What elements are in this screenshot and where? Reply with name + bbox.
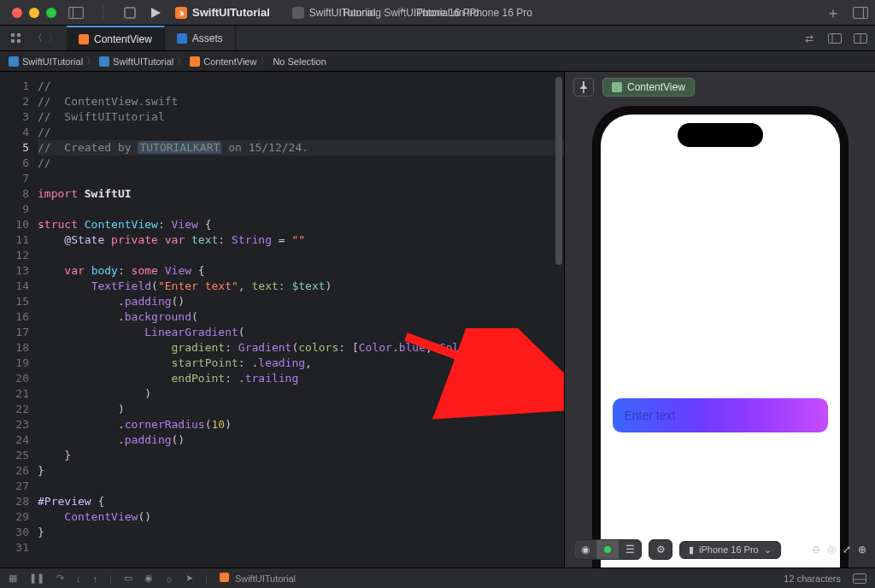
code-line[interactable]: // ContentView.swift — [38, 94, 564, 109]
minimize-window-button[interactable] — [29, 8, 39, 18]
code-line[interactable]: // — [38, 79, 564, 94]
code-area[interactable]: //// ContentView.swift// SwiftUITutorial… — [38, 72, 564, 567]
debug-target-label: SwiftUITutorial — [235, 573, 296, 584]
editor-scrollbar[interactable] — [555, 75, 562, 564]
device-screen[interactable]: Enter text — [601, 115, 840, 567]
window-controls — [0, 8, 68, 18]
editor-layout-icon[interactable] — [827, 31, 843, 46]
preview-device-picker[interactable]: ▮ iPhone 16 Pro ⌄ — [679, 541, 781, 559]
code-line[interactable]: @State private var text: String = "" — [38, 232, 564, 248]
memory-graph-icon[interactable]: ◉ — [144, 573, 153, 584]
run-button[interactable] — [148, 5, 163, 21]
jump-bar[interactable]: SwiftUITutorial 〉 SwiftUITutorial 〉 Cont… — [0, 51, 875, 72]
swift-process-icon — [220, 573, 229, 582]
zoom-in-button[interactable]: ⊕ — [858, 544, 866, 556]
pause-icon[interactable]: ❚❚ — [29, 573, 44, 584]
preview-selector-chip[interactable]: ContentView — [602, 78, 695, 97]
code-line[interactable]: .padding() — [38, 294, 564, 309]
folder-icon — [99, 56, 109, 67]
device-settings-button[interactable]: ⚙ — [649, 539, 672, 560]
code-line[interactable]: var body: some View { — [38, 263, 564, 279]
device-bezel: Enter text — [592, 106, 849, 567]
env-overrides-icon[interactable]: ☼ — [165, 573, 173, 584]
code-line[interactable]: gradient: Gradient(colors: [Color.blue, … — [38, 340, 564, 356]
code-line[interactable]: .cornerRadius(10) — [38, 417, 564, 432]
code-line[interactable]: } — [38, 463, 564, 479]
tab-assets[interactable]: Assets — [165, 26, 236, 50]
svg-rect-4 — [854, 7, 868, 18]
code-line[interactable] — [38, 479, 564, 494]
step-over-icon[interactable]: ↷ — [56, 573, 64, 584]
preview-device-label: iPhone 16 Pro — [699, 544, 759, 555]
toggle-inspector-icon[interactable] — [853, 5, 868, 21]
back-icon[interactable]: 〈 — [32, 31, 43, 45]
textfield-placeholder: Enter text — [625, 409, 676, 422]
tab-contentview[interactable]: ContentView — [67, 26, 165, 50]
jumpbar-item[interactable]: ContentView — [203, 56, 256, 67]
code-line[interactable]: import SwiftUI — [38, 186, 564, 202]
chevron-down-icon: ⌄ — [764, 544, 772, 556]
jumpbar-item[interactable]: No Selection — [273, 56, 326, 67]
code-line[interactable]: // — [38, 125, 564, 140]
code-line[interactable]: LinearGradient( — [38, 325, 564, 340]
code-line[interactable]: // — [38, 156, 564, 171]
svg-rect-6 — [11, 33, 15, 37]
selectable-preview-button[interactable] — [596, 540, 619, 559]
preview-textfield[interactable]: Enter text — [613, 398, 828, 432]
code-line[interactable]: ) — [38, 386, 564, 402]
live-preview-button[interactable]: ◉ — [574, 540, 596, 559]
svg-marker-3 — [151, 8, 161, 18]
code-line[interactable]: // Created by TUTORIALKART on 15/12/24. — [38, 140, 564, 156]
scheme-name[interactable]: SwiftUITutorial — [192, 6, 270, 19]
code-line[interactable] — [38, 202, 564, 217]
toggle-navigator-icon[interactable] — [68, 5, 84, 21]
code-line[interactable] — [38, 540, 564, 556]
zoom-fit-button[interactable]: ⤢ — [843, 544, 851, 556]
jumpbar-item[interactable]: SwiftUITutorial — [113, 56, 173, 67]
preview-mode-segment[interactable]: ◉ ☰ — [573, 539, 642, 560]
line-gutter: 1234567891011121314151617181920212223242… — [0, 72, 38, 567]
close-window-button[interactable] — [12, 8, 22, 18]
code-line[interactable]: #Preview { — [38, 494, 564, 509]
code-line[interactable]: } — [38, 525, 564, 540]
code-line[interactable] — [38, 248, 564, 263]
assets-icon — [177, 33, 187, 44]
related-items-icon[interactable] — [9, 31, 24, 46]
add-button[interactable]: ＋ — [825, 5, 841, 21]
code-line[interactable]: ) — [38, 402, 564, 417]
jumpbar-item[interactable]: SwiftUITutorial — [22, 56, 83, 67]
location-icon[interactable]: ➤ — [185, 573, 193, 584]
adjust-editor-options-icon[interactable]: ⇄ — [802, 31, 817, 46]
code-line[interactable]: ContentView() — [38, 509, 564, 525]
svg-rect-7 — [11, 39, 15, 43]
toggle-debug-area-icon[interactable] — [853, 573, 866, 584]
zoom-out-button[interactable]: ⊖ — [812, 544, 820, 556]
code-line[interactable]: struct ContentView: View { — [38, 217, 564, 232]
pin-preview-button[interactable] — [573, 78, 594, 97]
preview-toolbar: ◉ ☰ ⚙ ▮ iPhone 16 Pro ⌄ ⊖ ◎ ⤢ ⊕ — [565, 537, 875, 562]
code-line[interactable]: } — [38, 448, 564, 463]
debug-target[interactable]: SwiftUITutorial — [220, 573, 296, 584]
view-debugger-icon[interactable]: ▭ — [124, 573, 132, 584]
debug-toggle-icon[interactable]: ▦ — [9, 573, 17, 584]
zoom-window-button[interactable] — [46, 8, 56, 18]
forward-icon[interactable]: 〉 — [48, 31, 58, 45]
svg-rect-0 — [69, 7, 84, 18]
zoom-reset-button[interactable]: ◎ — [827, 544, 836, 556]
step-into-icon[interactable]: ↓ — [76, 573, 81, 584]
code-line[interactable] — [38, 171, 564, 186]
activity-status: Running SwiftUITutorial on iPhone 16 Pro — [343, 7, 532, 19]
add-editor-icon[interactable] — [853, 31, 868, 46]
tab-label: Assets — [192, 32, 223, 44]
code-line[interactable]: .padding() — [38, 432, 564, 448]
code-line[interactable]: endPoint: .trailing — [38, 371, 564, 386]
step-out-icon[interactable]: ↑ — [93, 573, 98, 584]
code-line[interactable]: startPoint: .leading, — [38, 356, 564, 371]
code-line[interactable]: .background( — [38, 309, 564, 325]
variants-preview-button[interactable]: ☰ — [619, 540, 641, 559]
preview-canvas: ContentView Enter text ◉ ☰ — [564, 72, 875, 567]
stop-button[interactable] — [122, 5, 138, 21]
code-line[interactable]: // SwiftUITutorial — [38, 109, 564, 125]
code-line[interactable]: TextField("Enter text", text: $text) — [38, 279, 564, 294]
code-editor[interactable]: 1234567891011121314151617181920212223242… — [0, 72, 564, 567]
